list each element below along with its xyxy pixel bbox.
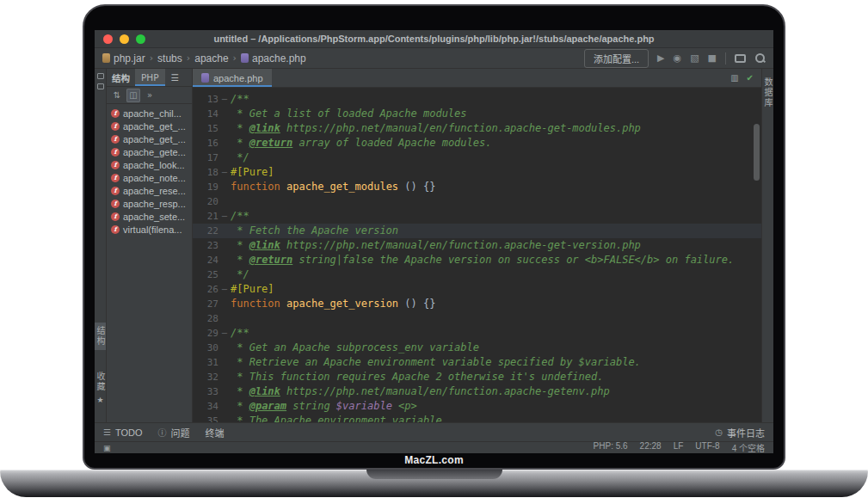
inspections-ok-icon[interactable]: ✔ xyxy=(747,73,754,83)
line-number[interactable]: 13 xyxy=(193,92,219,107)
filter-visibility-icon[interactable]: ◫ xyxy=(126,89,140,102)
commander-icon[interactable] xyxy=(97,83,104,89)
code-line[interactable]: 14 * Get a list of loaded Apache modules xyxy=(193,107,761,121)
event-log-button[interactable]: ◷ 事件日志 xyxy=(715,426,765,439)
structure-item[interactable]: fapache_resp... xyxy=(107,197,192,210)
line-number[interactable]: 14 xyxy=(193,107,219,121)
structure-item[interactable]: fapache_note... xyxy=(107,171,192,184)
line-number[interactable]: 27 xyxy=(193,297,219,311)
status-caret-position[interactable]: 22:28 xyxy=(640,441,662,453)
line-number[interactable]: 29 xyxy=(193,326,219,341)
line-number[interactable]: 18 xyxy=(193,165,219,180)
debug-icon[interactable]: ◉ xyxy=(674,53,682,63)
code-line[interactable]: 19function apache_get_modules () {} xyxy=(193,180,761,194)
line-number[interactable]: 28 xyxy=(193,311,219,326)
line-number[interactable]: 25 xyxy=(193,267,219,282)
code-line[interactable]: 16 * @return array of loaded Apache modu… xyxy=(193,136,761,151)
code-line[interactable]: 15 * @link https://php.net/manual/en/fun… xyxy=(193,121,761,136)
toolwindow-layout-icon[interactable] xyxy=(735,54,746,63)
line-number[interactable]: 30 xyxy=(193,341,219,355)
code-line[interactable]: 13−/** xyxy=(193,92,761,107)
stop-icon[interactable]: ■ xyxy=(708,53,717,63)
status-line-separator[interactable]: LF xyxy=(674,441,684,453)
code-line[interactable]: 28 xyxy=(193,311,761,326)
code-line[interactable]: 29−/** xyxy=(193,326,761,341)
code-line[interactable]: 18−#[Pure] xyxy=(193,165,761,180)
structure-item[interactable]: fapache_sete... xyxy=(107,210,192,223)
code-line[interactable]: 21−/** xyxy=(193,209,761,224)
structure-item[interactable]: fapache_get_... xyxy=(107,132,192,145)
breadcrumb-item[interactable]: stubs xyxy=(157,52,182,65)
line-number[interactable]: 24 xyxy=(193,253,219,267)
structure-item[interactable]: fapache_gete... xyxy=(107,145,192,158)
code-editor[interactable]: 13−/**14 * Get a list of loaded Apache m… xyxy=(193,88,761,422)
code-line[interactable]: 26−#[Pure] xyxy=(193,282,761,297)
search-everywhere-icon[interactable] xyxy=(754,52,766,64)
structure-tab-php[interactable]: PHP xyxy=(135,69,165,86)
structure-item[interactable]: fapache_chil... xyxy=(107,107,192,120)
toolwindow-toggle-icon[interactable]: ▣ xyxy=(103,444,111,452)
status-encoding[interactable]: UTF-8 xyxy=(695,441,719,453)
coverage-icon[interactable]: ▧ xyxy=(690,53,699,63)
structure-tab-logical-view[interactable]: ☰ xyxy=(165,69,185,86)
line-number[interactable]: 16 xyxy=(193,136,219,151)
minimize-button[interactable] xyxy=(120,34,129,44)
toolwindow-problems[interactable]: ⓘ问题 xyxy=(158,426,190,439)
fold-marker[interactable]: − xyxy=(219,282,231,297)
code-line[interactable]: 20 xyxy=(193,194,761,209)
line-number[interactable]: 22 xyxy=(193,224,219,238)
line-number[interactable]: 34 xyxy=(193,399,219,414)
structure-item[interactable]: fapache_get_... xyxy=(107,120,192,132)
add-configuration-button[interactable]: 添加配置... xyxy=(584,49,649,68)
structure-item[interactable]: fvirtual(filena... xyxy=(107,223,192,236)
fold-marker[interactable]: − xyxy=(219,326,231,341)
line-number[interactable]: 33 xyxy=(193,384,219,399)
fold-marker[interactable]: − xyxy=(219,92,231,107)
toolwindow-button-database[interactable]: 数据库 xyxy=(762,74,773,112)
breadcrumb-item[interactable]: apache xyxy=(194,52,228,65)
code-line[interactable]: 31 * Retrieve an Apache environment vari… xyxy=(193,355,761,370)
run-icon[interactable]: ▶ xyxy=(657,53,664,63)
toolwindow-button-favorites[interactable]: 收藏★ xyxy=(95,368,106,408)
code-line[interactable]: 33 * @link https://php.net/manual/en/fun… xyxy=(193,384,761,399)
code-line[interactable]: 30 * Get an Apache subprocess_env variab… xyxy=(193,341,761,355)
more-options-icon[interactable]: » xyxy=(143,89,157,102)
code-line[interactable]: 23 * @link https://php.net/manual/en/fun… xyxy=(193,238,761,253)
breadcrumb-item[interactable]: php.jar xyxy=(102,52,145,65)
line-number[interactable]: 23 xyxy=(193,238,219,253)
line-number[interactable]: 35 xyxy=(193,414,219,422)
line-number[interactable]: 15 xyxy=(193,121,219,136)
structure-item[interactable]: fapache_look... xyxy=(107,158,192,171)
line-number[interactable]: 32 xyxy=(193,370,219,384)
toolwindow-todo[interactable]: ☰TODO xyxy=(103,427,143,438)
code-line[interactable]: 35 * The Apache environment variable xyxy=(193,414,761,422)
status-indent[interactable]: 4 个空格 xyxy=(732,441,765,453)
reader-mode-icon[interactable]: ▥ xyxy=(730,73,738,83)
sort-alphabetically-icon[interactable]: ⇅ xyxy=(110,89,124,102)
line-number[interactable]: 21 xyxy=(193,209,219,224)
tab-apache-php[interactable]: apache.php xyxy=(193,69,272,87)
code-line[interactable]: 22 * Fetch the Apache version xyxy=(193,224,761,238)
fold-marker[interactable]: − xyxy=(219,209,231,224)
line-number[interactable]: 31 xyxy=(193,355,219,370)
line-number[interactable]: 26 xyxy=(193,282,219,297)
toolwindow-terminal[interactable]: 终端 xyxy=(206,426,225,439)
fold-marker[interactable]: − xyxy=(219,165,231,180)
breadcrumb-item[interactable]: apache.php xyxy=(241,52,306,65)
code-line[interactable]: 24 * @return string|false the Apache ver… xyxy=(193,253,761,267)
line-number[interactable]: 20 xyxy=(193,194,219,209)
code-line[interactable]: 25 */ xyxy=(193,267,761,282)
zoom-button[interactable] xyxy=(136,34,145,44)
editor-scrollbar[interactable] xyxy=(754,124,760,181)
structure-item[interactable]: fapache_rese... xyxy=(107,184,192,197)
close-button[interactable] xyxy=(103,34,113,44)
project-icon[interactable] xyxy=(97,73,104,79)
toolwindow-button-structure[interactable]: 结构 xyxy=(95,323,106,350)
code-line[interactable]: 34 * @param string $variable <p> xyxy=(193,399,761,414)
code-line[interactable]: 17 */ xyxy=(193,151,761,165)
line-number[interactable]: 17 xyxy=(193,151,219,165)
code-line[interactable]: 27function apache_get_version () {} xyxy=(193,297,761,311)
line-number[interactable]: 19 xyxy=(193,180,219,194)
code-line[interactable]: 32 * This function requires Apache 2 oth… xyxy=(193,370,761,384)
status-php-version[interactable]: PHP: 5.6 xyxy=(594,441,628,453)
